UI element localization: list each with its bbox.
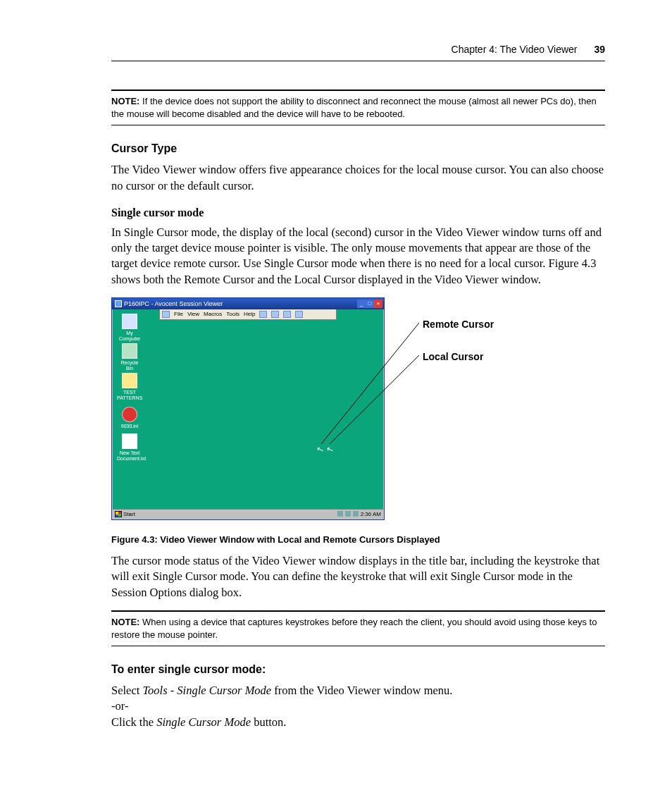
- page-number: 39: [594, 44, 605, 55]
- section-heading-cursor-type: Cursor Type: [111, 142, 605, 155]
- text: Click the: [111, 715, 156, 729]
- menu-path: Tools - Single Cursor Mode: [142, 684, 271, 697]
- text: from the Video Viewer window menu.: [271, 684, 452, 697]
- figure-callouts: Remote Cursor Local Cursor: [389, 297, 600, 520]
- body-paragraph: In Single Cursor mode, the display of th…: [111, 225, 605, 288]
- running-header: Chapter 4: The Video Viewer 39: [111, 44, 605, 55]
- text-or: -or-: [111, 699, 128, 713]
- body-paragraph: The cursor mode status of the Video View…: [111, 553, 605, 600]
- note-label: NOTE:: [111, 96, 139, 106]
- text: button.: [251, 715, 286, 729]
- callout-local-cursor: Local Cursor: [423, 351, 483, 362]
- callout-lines: [111, 297, 604, 523]
- figure-caption: Figure 4.3: Video Viewer Window with Loc…: [111, 534, 605, 545]
- note-text: When using a device that captures keystr…: [111, 617, 597, 640]
- chapter-title: Chapter 4: The Video Viewer: [452, 44, 578, 55]
- subheading-single-cursor-mode: Single cursor mode: [111, 207, 605, 219]
- note-box-2: NOTE: When using a device that captures …: [111, 610, 605, 646]
- svg-line-0: [321, 323, 419, 444]
- document-page: Chapter 4: The Video Viewer 39 NOTE: If …: [0, 0, 672, 807]
- body-paragraph: The Video Viewer window offers five appe…: [111, 162, 605, 194]
- callout-remote-cursor: Remote Cursor: [423, 319, 494, 330]
- note-label: NOTE:: [111, 617, 139, 627]
- svg-line-1: [330, 355, 419, 444]
- button-name: Single Cursor Mode: [156, 715, 251, 729]
- text: Select: [111, 684, 142, 697]
- figure-4-3: P160IPC - Avocent Session Viewer _ □ × F…: [111, 297, 605, 524]
- body-paragraph: Select Tools - Single Cursor Mode from t…: [111, 683, 605, 730]
- header-rule: [111, 61, 605, 61]
- note-box-1: NOTE: If the device does not support the…: [111, 90, 605, 125]
- section-heading-enter-single-cursor: To enter single cursor mode:: [111, 663, 605, 676]
- note-text: If the device does not support the abili…: [111, 96, 597, 119]
